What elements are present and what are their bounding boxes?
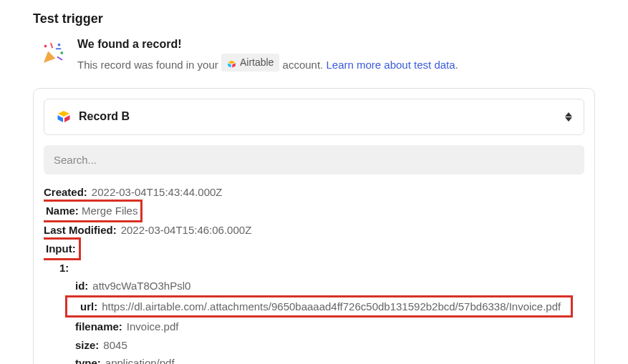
record-selector[interactable]: Record B <box>44 99 584 135</box>
search-input[interactable] <box>44 145 584 174</box>
field-id: id: attv9cWaT8O3hPsl0 <box>44 277 576 295</box>
found-subtitle-prefix: This record was found in your <box>77 59 221 71</box>
field-last-modified: Last Modified: 2022-03-04T15:46:06.000Z <box>44 221 576 240</box>
record-panel: Record B Created: 2022-03-04T15:43:44.00… <box>33 88 595 365</box>
record-selector-label: Record B <box>79 110 130 123</box>
confetti-icon <box>39 39 66 67</box>
data-viewer[interactable]: Created: 2022-03-04T15:43:44.000Z Name: … <box>44 183 584 365</box>
field-input: Input: <box>44 239 576 259</box>
field-type: type: application/pdf <box>44 354 576 364</box>
field-name: Name: Merge Files <box>44 201 576 221</box>
field-url-highlight: url: https://dl.airtable.com/.attachment… <box>65 295 573 318</box>
field-input-1: 1: <box>44 259 576 277</box>
found-subtitle-mid: account. <box>283 59 327 71</box>
sort-icon <box>565 112 572 122</box>
found-record-title: We found a record! <box>77 38 595 51</box>
svg-point-2 <box>60 51 63 54</box>
zapier-record-icon <box>56 108 72 126</box>
section-title: Test trigger <box>33 11 595 26</box>
airtable-badge-label: Airtable <box>240 55 274 70</box>
found-record-banner: We found a record! This record was found… <box>33 38 595 74</box>
field-url: url: https://dl.airtable.com/.attachment… <box>70 297 568 316</box>
airtable-badge: Airtable <box>221 54 279 72</box>
found-subtitle-suffix: . <box>455 59 458 71</box>
field-created: Created: 2022-03-04T15:43:44.000Z <box>44 183 576 202</box>
field-size: size: 8045 <box>44 336 576 355</box>
svg-point-0 <box>44 45 47 48</box>
learn-more-link[interactable]: Learn more about test data <box>326 59 455 71</box>
airtable-icon <box>227 58 236 67</box>
field-filename: filename: Invoice.pdf <box>44 318 576 336</box>
svg-point-1 <box>58 44 61 46</box>
